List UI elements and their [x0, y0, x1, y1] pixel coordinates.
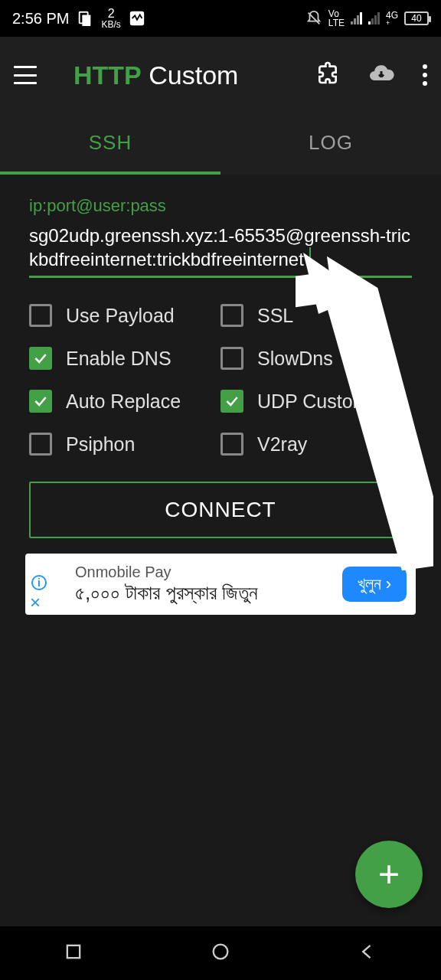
home-button[interactable] — [210, 941, 231, 965]
check-label: SSL — [257, 305, 293, 327]
network-type: 4G+ — [386, 11, 398, 27]
check-slowdns[interactable]: SlowDns — [220, 347, 412, 370]
battery-icon: 40 — [404, 11, 429, 25]
svg-rect-1 — [83, 15, 91, 26]
check-label: SlowDns — [257, 348, 333, 370]
check-v2ray[interactable]: V2ray — [220, 433, 412, 456]
check-psiphon[interactable]: Psiphon — [29, 433, 220, 456]
signal2-icon — [368, 12, 380, 24]
cloud-download-icon[interactable] — [368, 60, 395, 90]
document-icon — [77, 10, 93, 27]
check-udp-custom[interactable]: UDP Custom — [220, 390, 412, 413]
check-ssl[interactable]: SSL — [220, 304, 412, 327]
check-enable-dns[interactable]: Enable DNS — [29, 347, 220, 370]
tabs: SSH LOG — [0, 113, 441, 175]
extension-icon[interactable] — [315, 61, 340, 89]
app-header: HTTP Custom — [0, 37, 441, 113]
check-label: UDP Custom — [257, 390, 368, 413]
status-time: 2:56 PM — [12, 10, 69, 28]
svg-point-7 — [214, 945, 228, 959]
notifications-off-icon — [305, 10, 322, 27]
ad-cta-button[interactable]: খুলুন › — [342, 567, 407, 602]
check-label: Enable DNS — [66, 348, 172, 370]
back-button[interactable] — [357, 941, 378, 965]
app-title: HTTP Custom — [74, 60, 238, 90]
chevron-right-icon: › — [386, 574, 391, 594]
connect-button[interactable]: CONNECT — [29, 482, 412, 538]
network-speed: 2 KB/s — [101, 8, 120, 29]
ad-title: Onmobile Pay — [75, 564, 333, 581]
check-use-payload[interactable]: Use Payload — [29, 304, 220, 327]
check-label: Auto Replace — [66, 390, 181, 413]
check-label: Psiphon — [66, 433, 135, 456]
check-label: V2ray — [257, 433, 307, 456]
check-auto-replace[interactable]: Auto Replace — [29, 390, 220, 413]
activity-icon — [129, 10, 145, 27]
ad-info-icon[interactable]: i — [31, 575, 47, 590]
tab-log[interactable]: LOG — [220, 113, 441, 175]
add-fab[interactable]: + — [355, 841, 423, 908]
ad-banner[interactable]: i × Onmobile Pay ৫,০০০ টাকার পুরস্কার জি… — [25, 554, 416, 615]
ad-subtitle: ৫,০০০ টাকার পুরস্কার জিতুন — [75, 581, 333, 605]
connection-label: ip:port@user:pass — [29, 196, 412, 216]
ad-close-icon[interactable]: × — [30, 593, 41, 612]
svg-rect-6 — [67, 946, 80, 958]
more-options-button[interactable] — [423, 64, 427, 86]
signal-icon — [351, 12, 362, 24]
recents-button[interactable] — [63, 941, 84, 965]
system-navbar — [0, 926, 441, 980]
tab-ssh[interactable]: SSH — [0, 113, 220, 175]
status-bar: 2:56 PM 2 KB/s VoLTE 4G+ 40 — [0, 0, 441, 37]
check-label: Use Payload — [66, 305, 175, 327]
menu-button[interactable] — [14, 66, 37, 84]
connection-input[interactable]: sg02udp.greenssh.xyz:1-65535@greenssh-tr… — [29, 216, 412, 278]
volte-indicator: VoLTE — [328, 9, 345, 28]
plus-icon: + — [378, 856, 400, 893]
